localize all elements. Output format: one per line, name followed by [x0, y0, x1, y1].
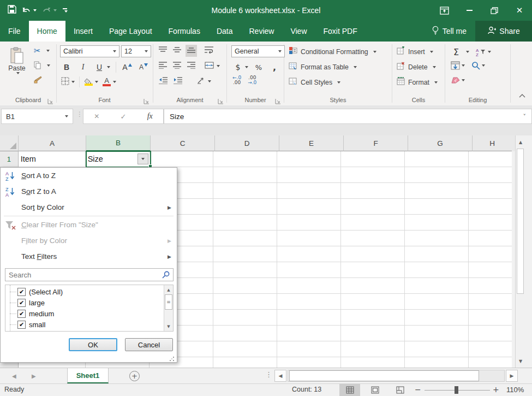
cancel-button[interactable]: Cancel	[125, 338, 173, 351]
font-dialog-launcher-icon[interactable]	[144, 97, 150, 103]
tab-formulas[interactable]: Formulas	[160, 21, 208, 42]
grid-cell[interactable]	[341, 310, 405, 326]
grid-cell[interactable]	[405, 357, 469, 368]
font-color-button[interactable]: A	[103, 78, 111, 86]
increase-indent-icon[interactable]	[174, 76, 182, 86]
menu-item-sort-by-color[interactable]: Sort by Color ▶	[1, 199, 177, 215]
filter-value-item[interactable]: ✔small	[5, 319, 164, 330]
checkbox-icon[interactable]: ✔	[17, 288, 26, 296]
grid-cell[interactable]	[277, 326, 341, 341]
align-right-icon[interactable]	[187, 61, 195, 71]
grid-cell[interactable]	[341, 183, 405, 199]
grid-cell[interactable]	[277, 183, 341, 199]
cell-e1[interactable]	[277, 151, 341, 167]
prev-sheet-icon[interactable]: ◀	[12, 368, 16, 383]
formula-input[interactable]: Size ˅	[164, 109, 532, 124]
grid-cell[interactable]	[277, 246, 341, 262]
filter-value-item[interactable]: ✔large	[5, 297, 164, 308]
merge-center-dropdown-icon[interactable]	[217, 65, 220, 67]
font-color-dropdown-icon[interactable]	[113, 81, 116, 83]
grid-cell[interactable]	[405, 246, 469, 262]
clear-button[interactable]	[451, 76, 465, 84]
tab-page-layout[interactable]: Page Layout	[101, 21, 160, 42]
clipboard-dialog-launcher-icon[interactable]	[47, 97, 54, 103]
column-header-b[interactable]: B	[86, 135, 151, 151]
enter-formula-icon[interactable]: ✓	[121, 113, 127, 121]
checkbox-icon[interactable]: ✔	[17, 299, 26, 307]
grid-cell[interactable]	[277, 310, 341, 326]
grid-cell[interactable]	[277, 278, 341, 294]
wrap-text-icon[interactable]	[205, 46, 213, 56]
grid-cell[interactable]	[469, 357, 512, 368]
filter-value-item[interactable]: ✔medium	[5, 308, 164, 319]
format-painter-button[interactable]	[34, 75, 42, 84]
list-scroll-up-icon[interactable]: ▲	[164, 286, 173, 294]
orientation-icon[interactable]	[197, 76, 205, 86]
grid-cell[interactable]	[469, 278, 512, 294]
merge-center-icon[interactable]	[205, 61, 214, 71]
grid-cell[interactable]	[277, 357, 341, 368]
ok-button[interactable]: OK	[69, 338, 117, 351]
grid-cell[interactable]	[469, 294, 512, 310]
borders-dropdown-icon[interactable]	[71, 81, 75, 83]
new-sheet-button[interactable]: +	[129, 371, 140, 381]
grid-cell[interactable]	[341, 167, 405, 183]
checkbox-icon[interactable]: ✔	[17, 321, 26, 329]
bold-button[interactable]: B	[61, 61, 72, 73]
comma-style-button[interactable]: ,	[269, 61, 280, 73]
grid-cell[interactable]	[341, 357, 405, 368]
grid-cell[interactable]	[341, 215, 405, 230]
top-align-icon[interactable]	[159, 46, 167, 56]
sheet-tab-sheet1[interactable]: Sheet1	[67, 368, 109, 383]
cell-h1[interactable]	[469, 151, 512, 167]
resize-grip-icon[interactable]	[169, 355, 175, 360]
grid-cell[interactable]	[277, 262, 341, 278]
borders-button[interactable]	[61, 77, 69, 87]
column-header-a[interactable]: A	[19, 135, 86, 151]
list-scrollbar-thumb[interactable]: ≡	[165, 294, 172, 310]
grid-cell[interactable]	[277, 341, 341, 357]
delete-cells-button[interactable]: Delete	[397, 62, 436, 72]
cell-f1[interactable]	[341, 151, 405, 167]
zoom-in-icon[interactable]: +	[493, 385, 499, 394]
decrease-font-size-button[interactable]: A	[138, 61, 149, 73]
grid-cell[interactable]	[405, 278, 469, 294]
orientation-dropdown-icon[interactable]	[208, 80, 211, 82]
share-button[interactable]: Share	[475, 21, 532, 42]
grid-cell[interactable]	[213, 262, 277, 278]
grid-cell[interactable]	[341, 294, 405, 310]
tab-foxit-pdf[interactable]: Foxit PDF	[315, 21, 366, 42]
cell-g1[interactable]	[405, 151, 469, 167]
grid-cell[interactable]	[213, 278, 277, 294]
cell-d1[interactable]	[213, 151, 277, 167]
zoom-slider-handle[interactable]	[455, 386, 458, 394]
grid-cell[interactable]	[213, 183, 277, 199]
grid-cell[interactable]	[469, 215, 512, 230]
column-header-c[interactable]: C	[151, 135, 215, 151]
grid-cell[interactable]	[213, 230, 277, 246]
menu-item-text-filters[interactable]: Text Filters ▶	[1, 249, 177, 264]
tab-file[interactable]: File	[0, 21, 29, 42]
search-icon[interactable]	[162, 271, 170, 279]
grid-cell[interactable]	[469, 341, 512, 357]
tab-scrollbar-divider[interactable]: ⋮	[265, 370, 272, 379]
grid-cell[interactable]	[469, 199, 512, 215]
expand-formula-bar-icon[interactable]: ˅	[523, 113, 527, 120]
decrease-indent-icon[interactable]	[159, 76, 168, 86]
grid-cell[interactable]	[341, 278, 405, 294]
column-header-e[interactable]: E	[279, 135, 344, 151]
grid-cell[interactable]	[405, 341, 469, 357]
autosum-button[interactable]: Σ	[451, 46, 462, 58]
scroll-down-icon[interactable]: ▼	[516, 356, 525, 367]
middle-align-icon[interactable]	[173, 46, 181, 56]
paste-button[interactable]: Paste	[2, 44, 32, 91]
menu-item-sort-z-to-a[interactable]: ZA Sort Z to A	[1, 184, 177, 199]
grid-cell[interactable]	[469, 183, 512, 199]
grid-cell[interactable]	[213, 199, 277, 215]
cell-c1[interactable]	[150, 151, 213, 167]
column-header-h[interactable]: H	[473, 135, 512, 151]
normal-view-button[interactable]	[339, 384, 360, 396]
tab-data[interactable]: Data	[208, 21, 241, 42]
next-sheet-icon[interactable]: ▶	[32, 368, 36, 383]
filter-search-input[interactable]	[5, 271, 162, 279]
